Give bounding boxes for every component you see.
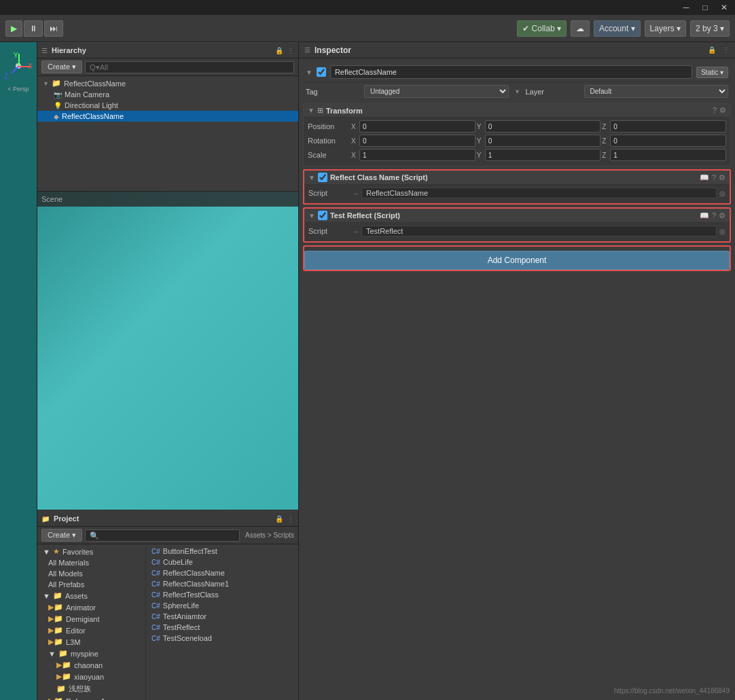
hierarchy-lock-btn[interactable]: 🔒 (275, 47, 283, 54)
list-item[interactable]: All Models (37, 568, 145, 579)
scale-y-input[interactable] (485, 149, 601, 161)
rotation-y-input[interactable] (485, 135, 601, 147)
scene-view[interactable]: Scene (37, 192, 298, 510)
static-button[interactable]: Static ▾ (696, 67, 728, 78)
project-lock-btn[interactable]: 🔒 (275, 515, 283, 523)
reflect-expand-icon: ▼ (308, 174, 315, 181)
list-item[interactable]: ▶📁chaonan (37, 659, 145, 671)
project-panel-header: 📁 Project 🔒 ⋮ (37, 510, 298, 527)
transform-icon: ⊞ (317, 106, 323, 115)
list-item[interactable]: ▶📁L3M (37, 636, 145, 648)
close-button[interactable]: ✕ (719, 3, 730, 12)
subfolder-label: 浅想族 (69, 684, 91, 694)
scene-toolbar: Scene (37, 192, 298, 207)
list-item[interactable]: C#SphereLife (146, 600, 298, 611)
folder-icon: 📁 (56, 684, 66, 693)
list-item[interactable]: C#ReflectClassName1 (146, 578, 298, 589)
list-item[interactable]: 📷 Main Camera (37, 89, 298, 100)
list-item[interactable]: ◆ ReflectClassName (37, 111, 298, 122)
transform-question-icon[interactable]: ? (713, 106, 717, 115)
reflect-script-target-icon[interactable]: ◎ (719, 190, 725, 197)
project-search-input[interactable] (85, 529, 240, 542)
reflect-settings-icon[interactable]: ⚙ (719, 173, 725, 182)
test-settings-icon[interactable]: ⚙ (719, 211, 725, 220)
list-item[interactable]: ▼ ★ Favorites (37, 546, 145, 557)
list-item[interactable]: ▼ 📁 myspine (37, 648, 145, 659)
transform-header[interactable]: ▼ ⊞ Transform ? ⚙ (304, 104, 730, 118)
hierarchy-search-input[interactable] (85, 61, 294, 73)
hierarchy-item-label: ReflectClassName (64, 80, 126, 88)
list-item[interactable]: All Materials (37, 557, 145, 568)
hierarchy-menu-btn[interactable]: ⋮ (287, 47, 294, 54)
scene-gizmo-panel: X Y Z < Persp (0, 42, 37, 700)
list-item[interactable]: C#ReflectClassName (146, 567, 298, 578)
rotation-x-input[interactable] (359, 135, 476, 147)
list-item[interactable]: C#CubeLife (146, 557, 298, 567)
list-item[interactable]: ▼ 📁 ReflectClassName (37, 77, 298, 89)
layout-dropdown[interactable]: 2 by 3 ▾ (690, 20, 730, 37)
hierarchy-create-button[interactable]: Create ▾ (41, 60, 82, 73)
position-x-input[interactable] (359, 120, 476, 133)
position-y-input[interactable] (485, 120, 601, 133)
list-item[interactable]: ▶📁Editor (37, 625, 145, 636)
rotation-y-field: Y (477, 135, 601, 147)
test-script-target-icon[interactable]: ◎ (719, 228, 725, 235)
project-create-button[interactable]: Create ▾ (41, 529, 82, 542)
list-item[interactable]: C#ReflectTestClass (146, 589, 298, 600)
layers-dropdown[interactable]: Layers ▾ (645, 20, 686, 37)
list-item[interactable]: ▼ 📁 Assets (37, 590, 145, 601)
bottom-left-panels: 📁 Project 🔒 ⋮ Create ▾ Assets > Scripts (37, 510, 298, 700)
gameobject-active-checkbox[interactable] (317, 67, 326, 77)
collab-button[interactable]: ✔ Collab ▾ (517, 20, 567, 37)
account-button[interactable]: Account ▾ (594, 20, 641, 37)
script-icon: C# (151, 602, 160, 610)
inspector-lock-btn[interactable]: 🔒 (708, 46, 716, 54)
reflect-question-icon[interactable]: ? (712, 173, 716, 182)
rotation-label: Rotation (308, 137, 348, 145)
cloud-button[interactable]: ☁ (571, 20, 590, 37)
list-item[interactable]: ▶📁xiaoyuan (37, 671, 145, 682)
minimize-button[interactable]: ─ (681, 3, 692, 12)
test-question-icon[interactable]: ? (712, 211, 716, 220)
list-item[interactable]: C#TestReflect (146, 622, 298, 633)
pause-button[interactable]: ⏸ (24, 20, 43, 37)
scale-row: Scale X Y (308, 149, 726, 161)
scale-z-input[interactable] (610, 149, 726, 161)
inspector-menu-btn[interactable]: ⋮ (723, 46, 730, 54)
list-item[interactable]: 📁浅想族 (37, 682, 145, 695)
y-label: Y (14, 52, 18, 59)
play-button[interactable]: ▶ (5, 20, 22, 37)
position-z-input[interactable] (610, 120, 726, 133)
list-item[interactable]: 💡 Directional Light (37, 100, 298, 111)
reflect-class-name-body: Script → ReflectClassName ◎ (304, 185, 730, 203)
reflect-class-name-header[interactable]: ▼ Reflect Class Name (Script) 📖 ? ⚙ (304, 171, 730, 185)
test-active-checkbox[interactable] (318, 211, 327, 220)
list-item[interactable]: ▶📁Demigiant (37, 613, 145, 625)
step-button[interactable]: ⏭ (44, 20, 63, 37)
scale-z-field: Z (602, 149, 726, 161)
rotation-z-input[interactable] (610, 135, 726, 147)
test-reflect-header[interactable]: ▼ Test Reflect (Script) 📖 ? ⚙ (304, 209, 730, 223)
reflect-active-checkbox[interactable] (318, 173, 327, 182)
list-item[interactable]: C#TestSceneload (146, 633, 298, 644)
list-item[interactable]: C#TestAniamtor (146, 611, 298, 622)
list-item[interactable]: C#ButtonEffectTest (146, 546, 298, 557)
scale-x-input[interactable] (359, 149, 476, 161)
reflect-book-icon[interactable]: 📖 (700, 173, 709, 182)
list-item[interactable]: ▶📁Animator (37, 601, 145, 613)
tag-select[interactable]: Untagged (364, 85, 509, 98)
transform-settings-icon[interactable]: ⚙ (719, 106, 726, 115)
maximize-button[interactable]: □ (700, 3, 711, 12)
add-component-button[interactable]: Add Component (304, 251, 730, 270)
test-book-icon[interactable]: 📖 (700, 211, 709, 220)
project-breadcrumb: Assets > Scripts (245, 531, 294, 539)
assets-label: Assets (65, 592, 88, 600)
list-item[interactable]: All Prefabs (37, 579, 145, 590)
expand-arrow-icon: ▼ (306, 69, 312, 76)
layer-select[interactable]: Default (584, 85, 729, 98)
project-tree: ▼ ★ Favorites All Materials All Models A… (37, 544, 146, 700)
project-menu-btn[interactable]: ⋮ (287, 515, 294, 523)
list-item[interactable]: ▶📁ReferenceA (37, 695, 145, 700)
gameobject-name-field[interactable] (330, 65, 692, 79)
test-script-row: Script → TestReflect ◎ (308, 226, 725, 237)
